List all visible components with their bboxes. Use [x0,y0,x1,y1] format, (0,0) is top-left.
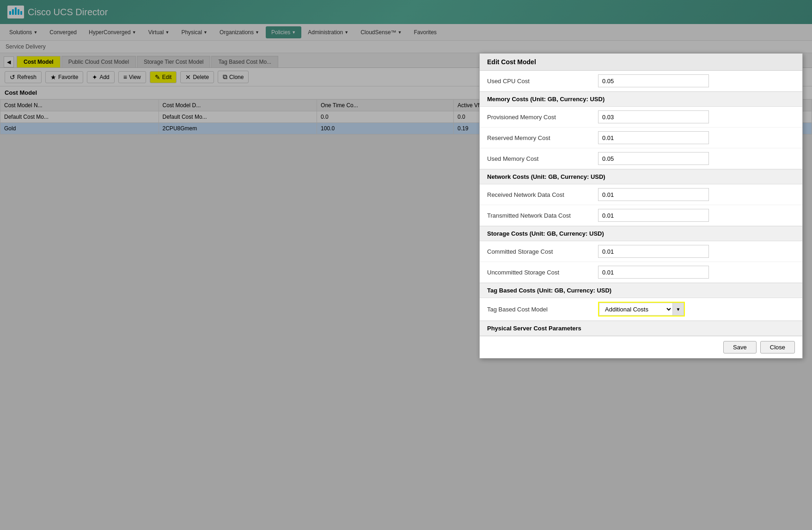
modal-body: Used CPU Cost Memory Costs (Unit: GB, Cu… [480,71,802,336]
received-network-cost-input[interactable] [598,188,709,201]
tag-based-cost-model-row: Tag Based Cost Model Additional Costs ▼ [480,298,802,321]
transmitted-network-cost-input[interactable] [598,209,709,222]
save-button[interactable]: Save [723,341,757,353]
committed-storage-cost-label: Committed Storage Cost [487,248,598,255]
modal-overlay: Edit Cost Model Used CPU Cost Memory Cos… [0,0,812,530]
modal-title: Edit Cost Model [480,54,802,71]
transmitted-network-cost-row: Transmitted Network Data Cost [480,205,802,226]
used-memory-cost-input[interactable] [598,152,709,165]
transmitted-network-cost-label: Transmitted Network Data Cost [487,212,598,219]
used-memory-cost-label: Used Memory Cost [487,155,598,162]
received-network-cost-label: Received Network Data Cost [487,191,598,198]
tag-based-cost-model-label: Tag Based Cost Model [487,306,598,313]
close-button[interactable]: Close [760,341,795,353]
tag-based-cost-model-select-wrapper: Additional Costs ▼ [598,302,685,317]
committed-storage-cost-input[interactable] [598,245,709,258]
reserved-memory-cost-input[interactable] [598,131,709,144]
uncommitted-storage-cost-input[interactable] [598,266,709,279]
tag-based-costs-header: Tag Based Costs (Unit: GB, Currency: USD… [480,283,802,298]
reserved-memory-cost-label: Reserved Memory Cost [487,134,598,141]
committed-storage-cost-row: Committed Storage Cost [480,241,802,262]
reserved-memory-cost-row: Reserved Memory Cost [480,128,802,148]
used-cpu-cost-label: Used CPU Cost [487,78,598,85]
storage-costs-header: Storage Costs (Unit: GB, Currency: USD) [480,226,802,241]
network-costs-header: Network Costs (Unit: GB, Currency: USD) [480,169,802,184]
memory-costs-header: Memory Costs (Unit: GB, Currency: USD) [480,91,802,107]
uncommitted-storage-cost-label: Uncommitted Storage Cost [487,269,598,276]
physical-server-cost-header[interactable]: Physical Server Cost Parameters [480,321,802,336]
provisioned-memory-cost-row: Provisioned Memory Cost [480,107,802,128]
used-cpu-cost-row: Used CPU Cost [480,71,802,91]
edit-cost-model-modal: Edit Cost Model Used CPU Cost Memory Cos… [479,53,803,359]
provisioned-memory-cost-input[interactable] [598,110,709,123]
used-memory-cost-row: Used Memory Cost [480,148,802,169]
uncommitted-storage-cost-row: Uncommitted Storage Cost [480,262,802,283]
received-network-cost-row: Received Network Data Cost [480,184,802,205]
used-cpu-cost-input[interactable] [598,74,709,87]
modal-footer: Save Close [480,336,802,358]
select-dropdown-button[interactable]: ▼ [673,303,684,316]
provisioned-memory-cost-label: Provisioned Memory Cost [487,114,598,121]
tag-based-cost-model-select[interactable]: Additional Costs [599,303,673,316]
